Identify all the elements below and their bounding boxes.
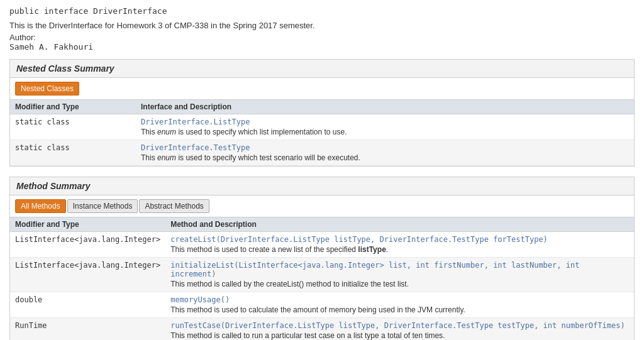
method-tab[interactable]: All Methods	[15, 199, 66, 213]
method-description-text: This method is used to calculate the amo…	[170, 305, 629, 314]
method-tab[interactable]: Abstract Methods	[139, 199, 209, 213]
nested-class-table: Modifier and Type Interface and Descript…	[10, 100, 634, 166]
method-description-cell: memoryUsage()This method is used to calc…	[165, 292, 634, 318]
table-row: doublememoryUsage()This method is used t…	[10, 292, 634, 318]
table-row: RunTimerunTestCase(DriverInterface.ListT…	[10, 318, 634, 341]
method-description-cell: createList(DriverInterface.ListType list…	[165, 232, 634, 258]
method-tab[interactable]: Instance Methods	[67, 199, 138, 213]
modifier-cell: double	[10, 292, 165, 318]
method-link[interactable]: memoryUsage()	[170, 295, 230, 304]
method-description-cell: runTestCase(DriverInterface.ListType lis…	[165, 318, 634, 341]
modifier-cell: ListInterface<java.lang.Integer>	[10, 258, 165, 292]
author-label: Author:	[9, 33, 635, 42]
nested-classes-tab-row: Nested Classes	[10, 78, 634, 100]
method-description-text: This method is used to create a new list…	[170, 245, 629, 254]
class-declaration: public interface DriverInterface This is…	[9, 6, 635, 52]
method-table: Modifier and Type Method and Description…	[10, 217, 634, 340]
class-link[interactable]: DriverInterface.ListType	[141, 118, 250, 126]
table-row: static classDriverInterface.TestTypeThis…	[10, 140, 634, 166]
modifier-cell: static class	[10, 140, 136, 166]
row-description: This enum is used to specify which test …	[141, 153, 629, 162]
method-link[interactable]: initializeList(ListInterface<java.lang.I…	[170, 261, 579, 278]
method-description-text: This method is called by the createList(…	[170, 280, 629, 288]
description-cell: DriverInterface.ListTypeThis enum is use…	[136, 114, 634, 140]
table-row: static classDriverInterface.ListTypeThis…	[10, 114, 634, 140]
method-description-text: This method is called to run a particula…	[170, 331, 629, 340]
method-description-cell: initializeList(ListInterface<java.lang.I…	[165, 258, 634, 292]
table-row: ListInterface<java.lang.Integer>initiali…	[10, 258, 634, 292]
modifier-cell: static class	[10, 114, 136, 140]
row-description: This enum is used to specify which list …	[141, 128, 629, 136]
method-summary-title: Method Summary	[10, 177, 634, 195]
table-row: ListInterface<java.lang.Integer>createLi…	[10, 232, 634, 258]
nested-classes-tab[interactable]: Nested Classes	[15, 82, 79, 96]
class-link[interactable]: DriverInterface.TestType	[141, 143, 250, 152]
method-link[interactable]: runTestCase(DriverInterface.ListType lis…	[170, 321, 625, 330]
nested-class-summary-section: Nested Class Summary Nested Classes Modi…	[9, 59, 635, 167]
nested-col1-header: Modifier and Type	[10, 100, 136, 114]
nested-col2-header: Interface and Description	[136, 100, 634, 114]
method-link[interactable]: createList(DriverInterface.ListType list…	[170, 235, 548, 244]
description-cell: DriverInterface.TestTypeThis enum is use…	[136, 140, 634, 166]
modifier-cell: RunTime	[10, 318, 165, 341]
code-header: public interface DriverInterface	[9, 6, 635, 16]
author-name: Sameh A. Fakhouri	[9, 42, 635, 52]
method-summary-section: Method Summary All MethodsInstance Metho…	[9, 177, 635, 340]
method-col1-header: Modifier and Type	[10, 217, 165, 232]
modifier-cell: ListInterface<java.lang.Integer>	[10, 232, 165, 258]
method-col2-header: Method and Description	[165, 217, 634, 232]
class-description: This is the DriverInterface for Homework…	[9, 21, 635, 30]
method-tabs-row: All MethodsInstance MethodsAbstract Meth…	[10, 195, 634, 217]
nested-class-summary-title: Nested Class Summary	[10, 60, 634, 78]
